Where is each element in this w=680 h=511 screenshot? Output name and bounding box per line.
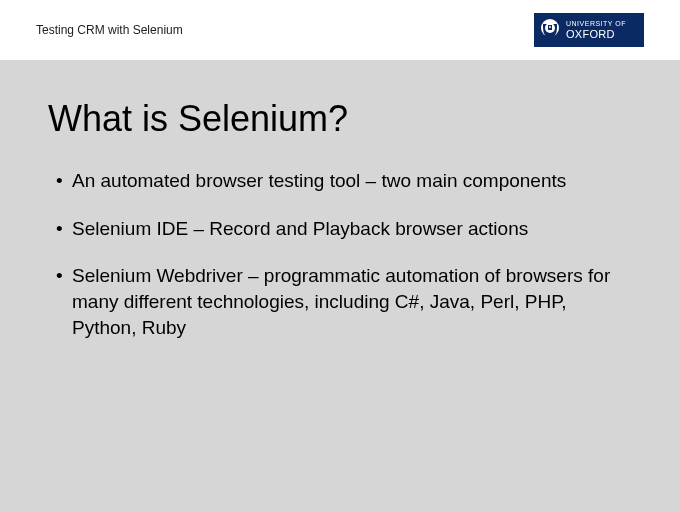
bullet-item: Selenium IDE – Record and Playback brows… <box>56 216 632 242</box>
slide-header: Testing CRM with Selenium UNIVERSITY OF … <box>0 0 680 60</box>
bullet-list: An automated browser testing tool – two … <box>48 168 632 340</box>
oxford-logo-text: UNIVERSITY OF OXFORD <box>566 20 626 40</box>
slide-title: What is Selenium? <box>48 98 632 140</box>
header-breadcrumb: Testing CRM with Selenium <box>36 23 183 37</box>
oxford-line2: OXFORD <box>566 28 626 40</box>
oxford-crest-icon <box>540 18 560 42</box>
svg-point-3 <box>549 26 551 28</box>
bullet-item: Selenium Webdriver – programmatic automa… <box>56 263 632 340</box>
oxford-logo: UNIVERSITY OF OXFORD <box>534 13 644 47</box>
bullet-item: An automated browser testing tool – two … <box>56 168 632 194</box>
oxford-line1: UNIVERSITY OF <box>566 20 626 28</box>
slide-content: What is Selenium? An automated browser t… <box>0 60 680 340</box>
